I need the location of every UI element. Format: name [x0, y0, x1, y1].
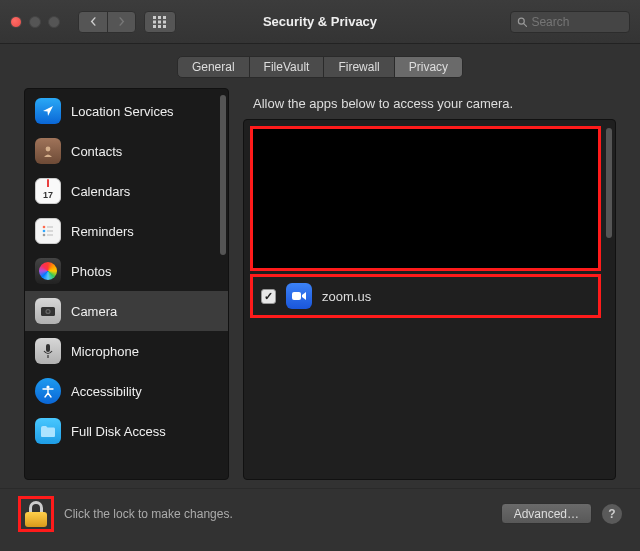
sidebar-item-full-disk-access[interactable]: Full Disk Access — [25, 411, 228, 451]
sidebar-item-contacts[interactable]: Contacts — [25, 131, 228, 171]
svg-point-23 — [46, 385, 49, 388]
sidebar-item-label: Accessibility — [71, 384, 142, 399]
highlight-box-apps-area — [250, 126, 601, 271]
svg-rect-7 — [158, 25, 161, 28]
chevron-right-icon — [117, 17, 126, 26]
scrollbar-thumb[interactable] — [606, 128, 612, 238]
svg-rect-4 — [158, 20, 161, 23]
window-controls — [10, 16, 60, 28]
tab-filevault[interactable]: FileVault — [250, 57, 325, 77]
lock-button[interactable] — [25, 501, 47, 527]
app-list: ✓ zoom.us — [243, 119, 616, 480]
sidebar-item-calendars[interactable]: 17 Calendars — [25, 171, 228, 211]
sidebar-item-label: Full Disk Access — [71, 424, 166, 439]
search-icon — [517, 16, 527, 28]
sidebar-item-microphone[interactable]: Microphone — [25, 331, 228, 371]
tab-label: FileVault — [264, 60, 310, 74]
tab-label: General — [192, 60, 235, 74]
window-title: Security & Privacy — [263, 14, 377, 29]
highlight-box-lock — [18, 496, 54, 532]
reminders-icon — [35, 218, 61, 244]
svg-point-13 — [43, 230, 46, 233]
sidebar-item-reminders[interactable]: Reminders — [25, 211, 228, 251]
tab-group: General FileVault Firewall Privacy — [177, 56, 463, 78]
camera-icon — [35, 298, 61, 324]
sidebar-item-camera[interactable]: Camera — [25, 291, 228, 331]
tab-privacy[interactable]: Privacy — [395, 57, 462, 77]
sidebar-item-label: Calendars — [71, 184, 130, 199]
sidebar-item-label: Camera — [71, 304, 117, 319]
svg-point-11 — [46, 147, 51, 152]
calendar-icon: 17 — [35, 178, 61, 204]
forward-button[interactable] — [107, 12, 135, 32]
photos-icon — [35, 258, 61, 284]
show-all-button[interactable] — [144, 11, 176, 33]
zoom-app-icon — [286, 283, 312, 309]
lock-hint-text: Click the lock to make changes. — [64, 507, 233, 521]
chevron-left-icon — [89, 17, 98, 26]
advanced-button-label: Advanced… — [514, 507, 579, 521]
scrollbar-thumb[interactable] — [220, 95, 226, 255]
sidebar-item-label: Location Services — [71, 104, 174, 119]
location-arrow-icon — [35, 98, 61, 124]
accessibility-icon — [35, 378, 61, 404]
search-input[interactable] — [531, 15, 623, 29]
svg-rect-1 — [158, 16, 161, 19]
sidebar-item-label: Photos — [71, 264, 111, 279]
content-area: Location Services Contacts 17 Calendars — [0, 88, 640, 488]
main-pane: Allow the apps below to access your came… — [243, 88, 616, 480]
nav-buttons — [78, 11, 136, 33]
sidebar-item-accessibility[interactable]: Accessibility — [25, 371, 228, 411]
tab-label: Privacy — [409, 60, 448, 74]
checkbox-zoom[interactable]: ✓ — [261, 289, 276, 304]
tab-general[interactable]: General — [178, 57, 250, 77]
grid-icon — [153, 16, 167, 28]
sidebar-scrollbar[interactable] — [220, 93, 226, 475]
search-field[interactable] — [510, 11, 630, 33]
advanced-button[interactable]: Advanced… — [501, 503, 592, 524]
svg-rect-21 — [46, 344, 50, 352]
sidebar-item-label: Reminders — [71, 224, 134, 239]
tab-label: Firewall — [338, 60, 379, 74]
tabs-row: General FileVault Firewall Privacy — [0, 44, 640, 88]
help-button-label: ? — [608, 507, 615, 521]
sidebar-item-label: Contacts — [71, 144, 122, 159]
sidebar-item-photos[interactable]: Photos — [25, 251, 228, 291]
svg-rect-0 — [153, 16, 156, 19]
svg-rect-8 — [163, 25, 166, 28]
svg-rect-5 — [163, 20, 166, 23]
folder-icon — [35, 418, 61, 444]
contacts-icon — [35, 138, 61, 164]
svg-rect-2 — [163, 16, 166, 19]
svg-point-14 — [43, 234, 46, 237]
sidebar-item-location-services[interactable]: Location Services — [25, 91, 228, 131]
microphone-icon — [35, 338, 61, 364]
lock-body-icon — [25, 512, 47, 527]
titlebar: Security & Privacy — [0, 0, 640, 44]
app-row-zoom[interactable]: ✓ zoom.us — [250, 274, 601, 318]
svg-rect-6 — [153, 25, 156, 28]
svg-line-10 — [524, 23, 527, 26]
svg-point-12 — [43, 226, 46, 229]
category-sidebar: Location Services Contacts 17 Calendars — [24, 88, 229, 480]
back-button[interactable] — [79, 12, 107, 32]
tab-firewall[interactable]: Firewall — [324, 57, 394, 77]
app-name-label: zoom.us — [322, 289, 371, 304]
main-header: Allow the apps below to access your came… — [243, 88, 616, 119]
help-button[interactable]: ? — [602, 504, 622, 524]
sidebar-item-label: Microphone — [71, 344, 139, 359]
applist-scrollbar[interactable] — [606, 126, 612, 473]
svg-rect-3 — [153, 20, 156, 23]
svg-rect-24 — [292, 292, 301, 300]
zoom-window-button[interactable] — [48, 16, 60, 28]
svg-point-20 — [47, 310, 50, 313]
close-window-button[interactable] — [10, 16, 22, 28]
minimize-window-button[interactable] — [29, 16, 41, 28]
footer-bar: Click the lock to make changes. Advanced… — [0, 488, 640, 538]
